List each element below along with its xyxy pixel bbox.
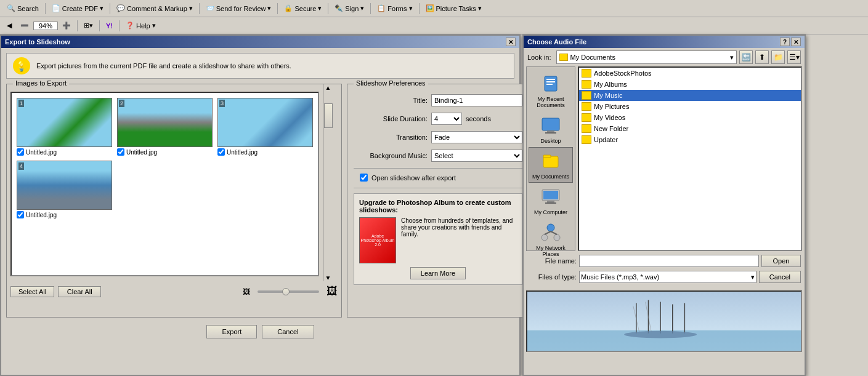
title-label: Title: xyxy=(354,97,428,104)
images-grid-container[interactable]: 1 Untitled.jpg 2 xyxy=(10,92,319,276)
view-toggle-btn[interactable]: ☰▾ xyxy=(787,50,801,64)
zoom-in-button[interactable]: ➕ xyxy=(58,19,75,33)
nav-back-btn[interactable]: 🔙 xyxy=(739,50,753,64)
separator xyxy=(45,3,46,14)
sidebar-item-computer[interactable]: My Computer xyxy=(529,183,573,218)
thumb-check-4[interactable] xyxy=(17,211,24,218)
filename-row: File name: Open xyxy=(527,255,801,267)
export-dialog-close[interactable]: ✕ xyxy=(506,38,516,46)
file-name: AdobeStockPhotos xyxy=(594,70,652,77)
dropdown-arrow: ▾ xyxy=(751,273,755,281)
title-input[interactable] xyxy=(431,94,522,106)
file-item-pictures[interactable]: My Pictures xyxy=(579,101,801,112)
cancel-button[interactable]: Cancel xyxy=(759,271,801,283)
clear-all-button[interactable]: Clear All xyxy=(58,286,101,297)
svg-line-17 xyxy=(551,231,557,234)
transition-row: Transition: Fade Wipe Dissolve xyxy=(354,131,522,143)
lock-icon: 🔒 xyxy=(284,4,293,12)
images-scrollbar[interactable]: ▲ ▼ xyxy=(323,84,333,281)
help-icon: ❓ xyxy=(126,22,134,30)
scroll-thumb[interactable] xyxy=(324,103,333,128)
view-button[interactable]: ⊞▾ xyxy=(79,19,97,33)
transition-label: Transition: xyxy=(354,134,428,141)
folder-icon xyxy=(582,124,591,133)
help-button[interactable]: ❓ Help ▾ xyxy=(121,19,160,33)
filetype-label: Files of type: xyxy=(527,273,577,281)
learn-more-button[interactable]: Learn More xyxy=(410,267,466,279)
export-dialog-title: Export to Slideshow xyxy=(5,38,70,46)
audio-close-btn[interactable]: ✕ xyxy=(791,38,801,46)
create-pdf-button[interactable]: 📄 Create PDF ▾ xyxy=(47,2,108,15)
sign-button[interactable]: ✒️ Sign ▾ xyxy=(330,2,368,15)
recent-docs-icon xyxy=(540,73,562,95)
audio-filelist[interactable]: AdobeStockPhotos My Albums My Music My P… xyxy=(578,66,802,251)
nav-up-btn[interactable]: ⬆ xyxy=(755,50,769,64)
sign-icon: ✒️ xyxy=(335,4,343,12)
slider-thumb[interactable] xyxy=(282,288,290,295)
thumbnail-3[interactable]: 3 xyxy=(217,98,313,147)
thumbnail-2[interactable]: 2 xyxy=(117,98,213,147)
tip-text: Export pictures from the current PDF fil… xyxy=(36,62,291,70)
thumb-label-4: Untitled.jpg xyxy=(17,211,57,218)
select-all-button[interactable]: Select All xyxy=(10,286,54,297)
export-button[interactable]: Export xyxy=(206,325,257,338)
zoom-out-button[interactable]: ➖ xyxy=(16,19,33,33)
new-folder-btn[interactable]: 📁 xyxy=(771,50,785,64)
filename-input[interactable] xyxy=(579,255,759,267)
svg-rect-8 xyxy=(543,155,551,158)
sidebar-item-recent[interactable]: My Recent Documents xyxy=(529,70,573,111)
thumbnail-4[interactable]: 4 xyxy=(17,161,112,210)
thumbnail-1[interactable]: 1 xyxy=(17,98,112,147)
thumb-filename-4: Untitled.jpg xyxy=(26,212,57,218)
file-item-newfolder[interactable]: New Folder xyxy=(579,123,801,134)
picture-tasks-button[interactable]: 🖼️ Picture Tasks ▾ xyxy=(421,2,486,15)
sidebar-item-network[interactable]: My Network Places xyxy=(529,218,573,260)
music-select[interactable]: Select xyxy=(431,150,522,162)
sidebar-item-documents[interactable]: My Documents xyxy=(529,147,573,183)
file-item-adobe[interactable]: AdobeStockPhotos xyxy=(579,68,801,79)
export-cancel-button[interactable]: Cancel xyxy=(262,325,314,338)
dialog-body: Images to Export 1 Untitled.jpg xyxy=(6,84,514,318)
folder-icon xyxy=(582,91,591,100)
audio-help-btn[interactable]: ? xyxy=(780,38,790,46)
look-in-select[interactable]: My Documents ▾ xyxy=(556,50,737,64)
filetype-select[interactable]: Music Files (*.mp3, *.wav) ▾ xyxy=(579,271,756,283)
comment-markup-button[interactable]: 💬 Comment & Markup ▾ xyxy=(112,2,197,15)
file-item-videos[interactable]: My Videos xyxy=(579,112,801,123)
export-dialog-footer: Export Cancel xyxy=(1,320,519,343)
yahoo-button[interactable]: Y! xyxy=(102,19,117,33)
file-item-music[interactable]: My Music xyxy=(579,90,801,101)
filetype-value: Music Files (*.mp3, *.wav) xyxy=(581,273,659,281)
file-item-albums[interactable]: My Albums xyxy=(579,79,801,90)
audio-preview xyxy=(526,290,802,352)
send-icon: 📨 xyxy=(206,4,214,12)
slider-track[interactable] xyxy=(258,290,319,293)
thumb-check-1[interactable] xyxy=(17,148,24,156)
search-button[interactable]: 🔍 Search xyxy=(2,2,43,15)
send-review-button[interactable]: 📨 Send for Review ▾ xyxy=(201,2,276,15)
duration-row: Slide Duration: 4 3 5 6 seconds xyxy=(354,113,522,125)
documents-icon xyxy=(540,150,562,172)
audio-file-dialog: Choose Audio File ? ✕ Look in: My Docume… xyxy=(522,34,806,376)
nav-back-button[interactable]: ◀ xyxy=(2,19,16,33)
transition-select[interactable]: Fade Wipe Dissolve xyxy=(431,131,522,143)
separator xyxy=(199,3,200,14)
audio-fields: File name: Open Files of type: Music Fil… xyxy=(527,255,801,287)
audio-main: My Recent Documents Desktop xyxy=(526,66,802,251)
svg-point-13 xyxy=(547,224,554,231)
filename-label: File name: xyxy=(527,257,577,265)
secure-button[interactable]: 🔒 Secure ▾ xyxy=(280,2,326,15)
file-item-updater[interactable]: Updater xyxy=(579,134,801,145)
thumb-check-2[interactable] xyxy=(117,148,124,156)
sidebar-item-desktop[interactable]: Desktop xyxy=(529,111,573,147)
svg-rect-1 xyxy=(546,79,555,80)
zoom-input[interactable]: 94% xyxy=(33,22,58,30)
open-slideshow-check[interactable] xyxy=(360,174,368,182)
thumb-check-3[interactable] xyxy=(217,148,225,156)
forms-button[interactable]: 📋 Forms ▾ xyxy=(373,2,416,15)
dropdown-arrow-icon: ▾ xyxy=(267,4,271,12)
duration-select[interactable]: 4 3 5 6 xyxy=(431,113,462,125)
file-name: My Pictures xyxy=(594,103,629,110)
open-button[interactable]: Open xyxy=(761,255,801,267)
picture-icon: 🖼️ xyxy=(426,4,434,12)
